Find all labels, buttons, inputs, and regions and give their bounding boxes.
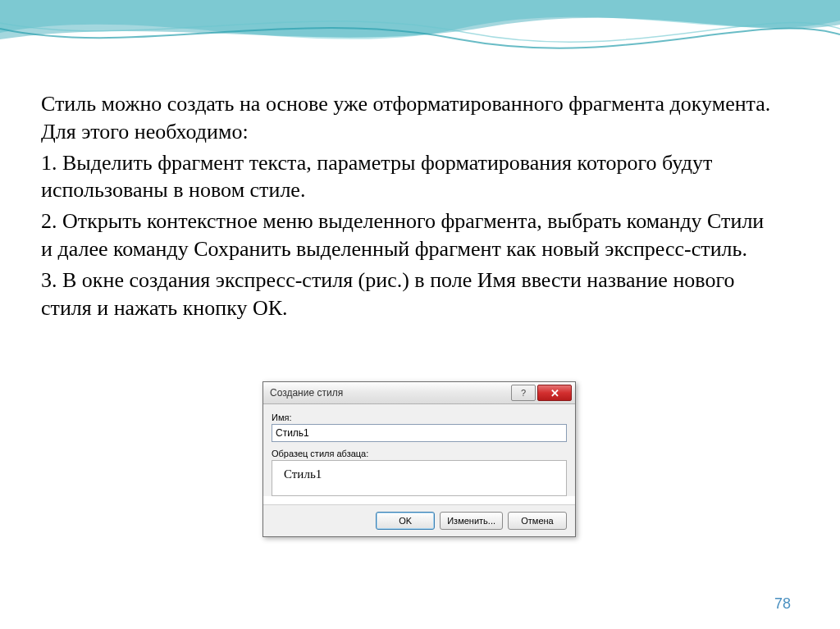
page-number: 78 xyxy=(774,595,791,613)
paragraph-intro: Стиль можно создать на основе уже отформ… xyxy=(41,90,779,146)
dialog-titlebar[interactable]: Создание стиля ? ✕ xyxy=(263,382,575,404)
ok-button[interactable]: OK xyxy=(376,512,435,530)
dialog-footer: OK Изменить... Отмена xyxy=(263,504,575,536)
preview-label: Образец стиля абзаца: xyxy=(272,449,567,458)
help-button[interactable]: ? xyxy=(511,385,536,401)
style-name-input[interactable] xyxy=(272,424,567,442)
decorative-wave xyxy=(0,0,840,66)
paragraph-step-3: 3. В окне создания экспресс-стиля (рис.)… xyxy=(41,267,779,322)
paragraph-step-1: 1. Выделить фрагмент текста, параметры ф… xyxy=(41,149,779,205)
create-style-dialog: Создание стиля ? ✕ Имя: Образец стиля аб… xyxy=(262,381,576,537)
slide-body: Стиль можно создать на основе уже отформ… xyxy=(41,90,779,325)
cancel-button[interactable]: Отмена xyxy=(508,512,567,530)
modify-button[interactable]: Изменить... xyxy=(440,512,503,530)
dialog-body: Имя: Образец стиля абзаца: Стиль1 xyxy=(263,404,575,496)
style-preview: Стиль1 xyxy=(272,460,567,496)
dialog-title: Создание стиля xyxy=(270,387,509,399)
help-icon: ? xyxy=(521,388,526,398)
close-icon: ✕ xyxy=(550,388,559,399)
close-button[interactable]: ✕ xyxy=(537,385,572,401)
paragraph-step-2: 2. Открыть контекстное меню выделенного … xyxy=(41,207,779,263)
name-label: Имя: xyxy=(272,412,567,422)
